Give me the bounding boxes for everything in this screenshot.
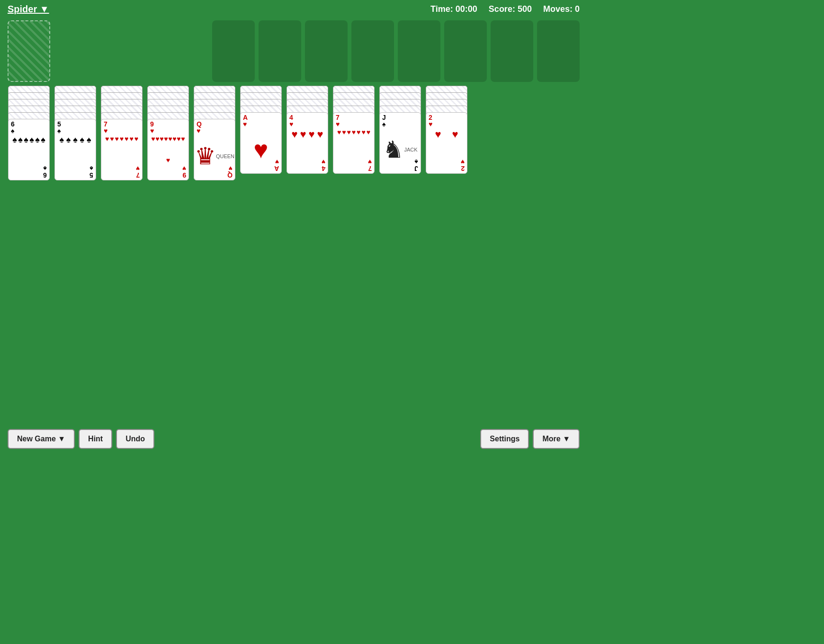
tableau-column-9: 2♥ ♥♥ 2♥ [425,86,468,180]
tableau-column-4: Q♥ ♛QUEEN Q♥ [193,86,236,180]
foundation-8[interactable] [537,20,580,82]
foundation-4[interactable] [351,20,394,82]
right-buttons: Settings More ▼ [480,429,580,449]
left-buttons: New Game ▼ Hint Undo [8,429,154,449]
spacer [54,20,97,82]
face-card[interactable]: 7♥ ♥♥♥♥♥♥♥ 7♥ [101,119,143,180]
stock-pile[interactable] [8,20,50,82]
face-card[interactable]: 2♥ ♥♥ 2♥ [426,112,467,174]
game-title[interactable]: Spider ▼ [8,4,49,15]
hint-button[interactable]: Hint [79,429,112,449]
tableau: 6♠ ♠♠♠♠♠♠ 6♠ 5♠ ♠♠♠♠♠ 5♠ 7♥ ♥♥♥♥♥♥♥ 7♥ 9… [0,86,587,184]
settings-button[interactable]: Settings [480,429,529,449]
face-card[interactable]: 5♠ ♠♠♠♠♠ 5♠ [54,119,96,180]
foundation-2[interactable] [259,20,301,82]
face-card[interactable]: A♥ ♥ A♥ [240,112,282,174]
tableau-column-1: 5♠ ♠♠♠♠♠ 5♠ [54,86,97,180]
tableau-column-2: 7♥ ♥♥♥♥♥♥♥ 7♥ [100,86,143,180]
undo-button[interactable]: Undo [116,429,154,449]
tableau-column-6: 4♥ ♥♥♥♥ 4♥ [286,86,329,180]
foundation-6[interactable] [444,20,487,82]
tableau-column-7: 7♥ ♥♥♥♥♥♥♥ 7♥ [332,86,375,180]
tableau-column-8: J♠ ♞JACK J♠ [379,86,421,180]
time-display: Time: 00:00 [430,4,477,14]
foundations-area [100,20,580,82]
face-card[interactable]: 4♥ ♥♥♥♥ 4♥ [287,112,328,174]
tableau-column-5: A♥ ♥ A♥ [240,86,282,180]
foundation-5[interactable] [398,20,440,82]
face-card[interactable]: J♠ ♞JACK J♠ [379,112,421,174]
moves-display: Moves: 0 [543,4,580,14]
bottom-bar: New Game ▼ Hint Undo Settings More ▼ [0,423,587,455]
new-game-button[interactable]: New Game ▼ [8,429,75,449]
foundation-3[interactable] [305,20,348,82]
foundation-7[interactable] [491,20,533,82]
stats-area: Time: 00:00 Score: 500 Moves: 0 [430,4,580,14]
face-card[interactable]: 7♥ ♥♥♥♥♥♥♥ 7♥ [333,112,375,174]
tableau-column-3: 9♥ ♥♥♥♥♥♥♥♥♥ 9♥ [147,86,189,180]
face-card[interactable]: 6♠ ♠♠♠♠♠♠ 6♠ [8,119,50,180]
face-card[interactable]: Q♥ ♛QUEEN Q♥ [194,119,235,180]
face-card[interactable]: 9♥ ♥♥♥♥♥♥♥♥♥ 9♥ [147,119,189,180]
score-display: Score: 500 [489,4,532,14]
tableau-column-0: 6♠ ♠♠♠♠♠♠ 6♠ [8,86,50,180]
foundation-1[interactable] [212,20,255,82]
more-button[interactable]: More ▼ [533,429,580,449]
